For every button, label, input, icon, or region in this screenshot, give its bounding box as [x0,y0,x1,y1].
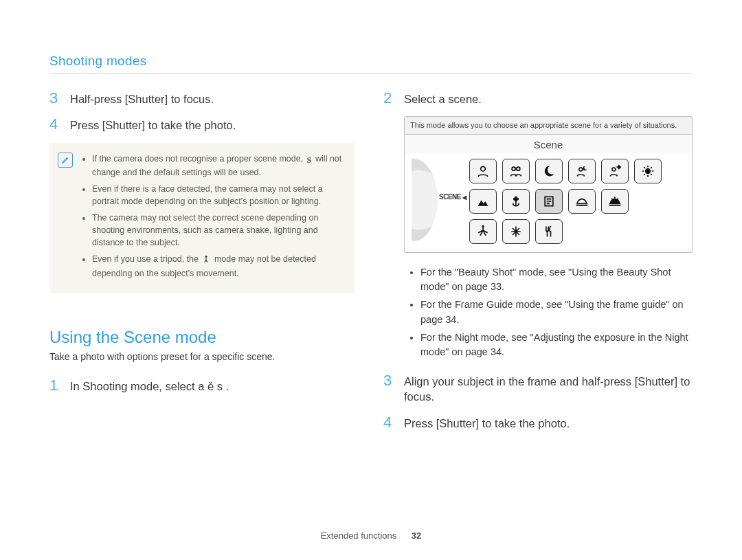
food-icon[interactable] [535,219,563,244]
reference-item: For the Frame Guide mode, see "Using the… [420,298,693,328]
fireworks-icon[interactable] [469,219,497,244]
scene-tip: This mode allows you to choose an approp… [404,116,693,134]
step-number: 3 [383,372,396,389]
note-item: If the camera does not recognise a prope… [92,153,344,179]
reference-list: For the "Beauty Shot" mode, see "Using t… [383,265,693,361]
step-number: 3 [49,90,62,107]
note-item: Even if you use a tripod, the mode may n… [92,253,344,279]
right-column: 2 Select a scene. This mode allows you t… [383,90,693,440]
portrait-icon[interactable] [469,159,497,183]
section-title: Using the Scene mode [49,328,355,347]
tripod-person-icon [202,254,210,267]
note-item: The camera may not select the correct sc… [92,212,344,249]
children-icon[interactable] [502,159,530,183]
sunset-icon[interactable] [568,189,596,214]
page-number: 32 [412,530,421,541]
svg-point-0 [205,256,207,258]
mode-dial-label: SCENE [439,193,466,201]
closeup-flower-icon[interactable] [502,189,530,214]
svg-point-3 [517,167,520,170]
beach-snow-icon[interactable] [502,219,530,244]
step-text: Select a scene. [404,90,482,107]
svg-point-10 [482,225,484,227]
backlight-icon[interactable] [634,159,662,183]
step-number: 2 [383,90,396,107]
reference-item: For the Night mode, see "Adjusting the e… [420,331,693,361]
night-portrait-icon[interactable] [568,159,596,183]
step-text: In Shooting mode, select a ě s . [70,377,229,394]
footer-section: Extended functions [321,530,397,541]
dawn-icon[interactable] [601,189,629,214]
pencil-note-icon [58,153,73,168]
step-number: 4 [49,116,62,133]
step-3-right: 3 Align your subject in the frame and ha… [383,372,693,405]
section-subtitle: Take a photo with options preset for a s… [49,351,355,362]
step-text: Half-press [Shutter] to focus. [70,90,214,107]
step-text: Press [Shutter] to take the photo. [70,116,236,133]
note-list: If the camera does not recognise a prope… [82,153,344,280]
step-number: 1 [49,377,62,394]
landscape-icon[interactable] [469,189,497,214]
smart-auto-s-icon: S [307,154,312,166]
svg-point-6 [618,166,620,168]
svg-point-7 [646,168,651,173]
svg-point-4 [579,168,583,171]
page-header: Shooting modes [49,54,693,74]
svg-point-1 [481,166,486,171]
reference-item: For the "Beauty Shot" mode, see "Using t… [420,265,693,295]
left-column: 3 Half-press [Shutter] to focus. 4 Press… [49,90,355,440]
note-box: If the camera does not recognise a prope… [49,143,355,293]
step-4: 4 Press [Shutter] to take the photo. [49,116,355,133]
step-text: Press [Shutter] to take the photo. [404,414,570,431]
manual-page: Shooting modes 3 Half-press [Shutter] to… [0,0,742,560]
text-icon[interactable] [535,189,563,214]
page-footer: Extended functions 32 [0,530,742,541]
scene-panel-title: Scene [404,135,693,153]
breadcrumb: Shooting modes [49,54,693,69]
step-1: 1 In Shooting mode, select a ě s . [49,377,355,394]
mode-dial-icon [390,159,438,241]
content-columns: 3 Half-press [Shutter] to focus. 4 Press… [49,90,693,440]
header-divider [49,73,693,74]
backlight-portrait-icon[interactable] [601,159,629,183]
note-text: If the camera does not recognise a prope… [92,154,306,164]
svg-point-5 [612,168,616,171]
step-4-right: 4 Press [Shutter] to take the photo. [383,414,693,431]
note-item: Even if there is a face detected, the ca… [92,183,344,208]
night-moon-icon[interactable] [535,159,563,183]
step-2: 2 Select a scene. [383,90,693,107]
scene-panel: This mode allows you to choose an approp… [404,116,693,252]
step-3: 3 Half-press [Shutter] to focus. [49,90,355,107]
scene-body: SCENE [404,153,693,253]
svg-point-2 [512,167,515,170]
step-number: 4 [383,414,396,431]
step-text: Align your subject in the frame and half… [404,372,693,405]
note-text: Even if you use a tripod, the [92,254,201,264]
scene-icon-grid [469,159,686,244]
